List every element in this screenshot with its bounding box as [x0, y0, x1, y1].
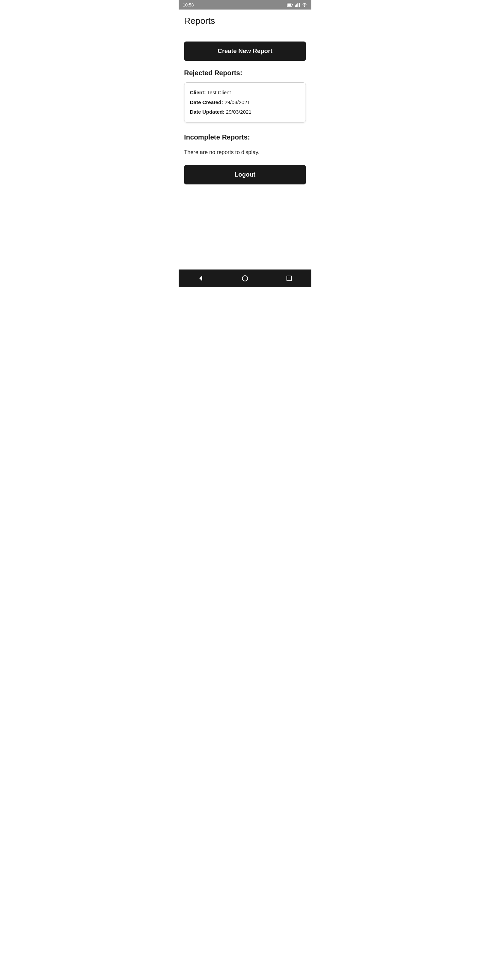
signal-icon [295, 3, 300, 7]
status-time: 10:58 [183, 2, 194, 8]
back-icon [197, 275, 204, 282]
svg-rect-3 [295, 5, 296, 7]
svg-rect-1 [288, 4, 291, 6]
date-updated-value: 29/03/2021 [226, 109, 251, 115]
wifi-icon [302, 3, 307, 7]
status-bar: 10:58 [179, 0, 311, 10]
date-created-value: 29/03/2021 [224, 99, 250, 105]
svg-rect-2 [292, 4, 293, 5]
incomplete-reports-section: Incomplete Reports: There are no reports… [184, 134, 306, 156]
svg-rect-9 [287, 276, 292, 281]
rejected-report-card[interactable]: Client: Test Client Date Created: 29/03/… [184, 82, 306, 123]
report-date-updated-line: Date Updated: 29/03/2021 [190, 108, 300, 116]
recents-icon [286, 275, 293, 282]
rejected-reports-heading: Rejected Reports: [184, 69, 306, 77]
client-value: Test Client [207, 89, 231, 95]
incomplete-reports-heading: Incomplete Reports: [184, 134, 306, 141]
svg-point-8 [242, 275, 248, 281]
date-updated-label: Date Updated: [190, 109, 224, 115]
logout-button[interactable]: Logout [184, 165, 306, 185]
svg-rect-6 [299, 3, 300, 7]
report-date-created-line: Date Created: 29/03/2021 [190, 99, 300, 107]
page-header: Reports [179, 10, 311, 31]
nav-home-button[interactable] [235, 272, 255, 285]
main-content: Create New Report Rejected Reports: Clie… [179, 31, 311, 269]
svg-rect-4 [296, 5, 297, 7]
rejected-reports-section: Rejected Reports: Client: Test Client Da… [184, 69, 306, 123]
home-icon [242, 275, 248, 282]
page-title: Reports [184, 16, 306, 26]
battery-icon [287, 3, 293, 7]
no-reports-message: There are no reports to display. [184, 150, 306, 156]
svg-rect-5 [298, 3, 298, 7]
nav-bar [179, 269, 311, 287]
nav-recents-button[interactable] [279, 272, 299, 285]
create-new-report-button[interactable]: Create New Report [184, 41, 306, 61]
date-created-label: Date Created: [190, 99, 223, 105]
status-icons [287, 3, 307, 7]
nav-back-button[interactable] [191, 272, 211, 285]
client-label: Client: [190, 89, 206, 95]
svg-marker-7 [199, 275, 202, 281]
report-client-line: Client: Test Client [190, 89, 300, 97]
